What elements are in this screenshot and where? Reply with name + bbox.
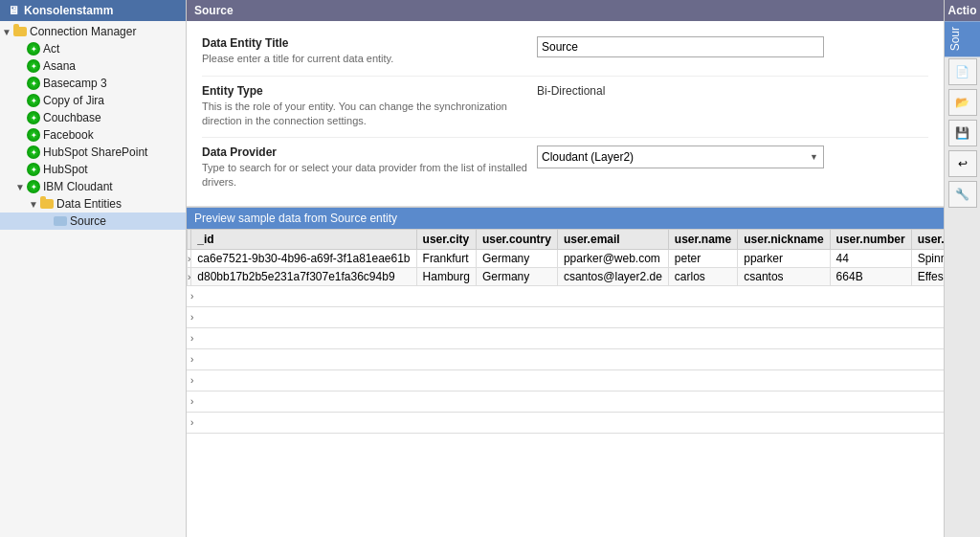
sidebar-label-conn-manager: Connection Manager xyxy=(30,25,136,38)
form-label-group-title: Data Entity Title Please enter a title f… xyxy=(202,36,537,66)
sidebar-item-couchbase[interactable]: Couchbase xyxy=(0,109,186,126)
table-cell: Germany xyxy=(476,267,557,285)
data-entity-title-input[interactable] xyxy=(537,36,824,57)
expand-row[interactable]: › xyxy=(187,328,944,349)
form-control-title xyxy=(537,36,928,57)
action-btn-settings[interactable]: 🔧 xyxy=(948,181,977,208)
table-cell: csantos@layer2.de xyxy=(557,267,668,285)
label-data-entity-title: Data Entity Title xyxy=(202,36,537,50)
desc-entity-type: This is the role of your entity. You can… xyxy=(202,100,537,129)
chevron-right-icon[interactable]: › xyxy=(190,312,193,323)
sidebar-item-basecamp3[interactable]: Basecamp 3 xyxy=(0,75,186,92)
sidebar-item-hubspot-sharepoint[interactable]: HubSpot SharePoint xyxy=(0,144,186,161)
source-form: Data Entity Title Please enter a title f… xyxy=(187,21,944,207)
preview-table: _id user.city user.country user.email us… xyxy=(187,229,944,286)
sidebar-item-copy-of-jira[interactable]: Copy of Jira xyxy=(0,92,186,109)
green-star-icon xyxy=(27,180,40,193)
form-control-data-provider: Cloudant (Layer2) Other Provider xyxy=(537,145,928,168)
sidebar-root-icon: 🖥 xyxy=(8,4,19,17)
arrow-icon: ▼ xyxy=(15,182,27,192)
data-provider-select[interactable]: Cloudant (Layer2) Other Provider xyxy=(537,145,824,168)
form-label-group-entity-type: Entity Type This is the role of your ent… xyxy=(202,84,537,129)
entity-type-value: Bi-Directional xyxy=(537,84,605,98)
chevron-right-icon[interactable]: › xyxy=(190,333,193,344)
chevron-right-icon[interactable]: › xyxy=(190,375,193,386)
sidebar: 🖥 Konsolenstamm ▼ Connection Manager Act… xyxy=(0,0,187,537)
new-document-icon: 📄 xyxy=(955,65,969,78)
actions-header: Actio xyxy=(945,0,980,21)
sidebar-header: 🖥 Konsolenstamm xyxy=(0,0,186,21)
open-folder-icon: 📂 xyxy=(955,96,969,109)
sidebar-label-facebook: Facebook xyxy=(43,128,94,142)
source-header-title: Source xyxy=(194,4,234,17)
sidebar-item-data-entities[interactable]: ▼ Data Entities xyxy=(0,195,186,213)
table-cell: ca6e7521-9b30-4b96-a69f-3f1a81eae61b xyxy=(191,249,416,267)
action-tab-label: Sour xyxy=(948,27,962,51)
sidebar-item-facebook[interactable]: Facebook xyxy=(0,126,186,144)
action-tab-source[interactable]: Sour xyxy=(945,21,980,56)
action-btn-save[interactable]: 💾 xyxy=(948,120,977,146)
sidebar-item-conn-manager[interactable]: ▼ Connection Manager xyxy=(0,23,186,40)
chevron-right-icon[interactable]: › xyxy=(190,291,193,302)
expand-row[interactable]: › xyxy=(187,286,944,307)
actions-header-title: Actio xyxy=(948,4,977,17)
sidebar-item-hubspot[interactable]: HubSpot xyxy=(0,161,186,178)
chevron-right-icon[interactable]: › xyxy=(190,396,193,407)
col-header-user-city: user.city xyxy=(416,229,476,249)
actions-panel: Actio Sour 📄 📂 💾 ↩ 🔧 xyxy=(944,0,980,537)
green-star-icon xyxy=(27,163,40,176)
expand-cell[interactable]: › xyxy=(188,267,191,285)
expand-rows-container: › › › › › › › xyxy=(187,286,944,434)
chevron-right-icon[interactable]: › xyxy=(188,272,190,282)
form-control-entity-type: Bi-Directional xyxy=(537,84,928,98)
sidebar-label-copy-of-jira: Copy of Jira xyxy=(43,94,104,107)
sidebar-label-asana: Asana xyxy=(43,59,76,73)
col-header-id: _id xyxy=(191,229,416,249)
green-star-icon xyxy=(27,59,40,73)
green-star-icon xyxy=(27,111,40,124)
preview-panel: Preview sample data from Source entity _… xyxy=(187,208,944,537)
sidebar-item-ibm-cloudant[interactable]: ▼ IBM Cloudant xyxy=(0,178,186,195)
table-cell: d80bb17b2b5e231a7f307e1fa36c94b9 xyxy=(191,267,416,285)
table-cell: carlos xyxy=(668,267,737,285)
sidebar-item-act[interactable]: Act xyxy=(0,40,186,57)
expand-row[interactable]: › xyxy=(187,392,944,413)
table-cell: pparker@web.com xyxy=(557,249,668,267)
arrow-icon: ▼ xyxy=(2,27,13,37)
col-header-user-number: user.number xyxy=(830,229,911,249)
field-entity-type: Entity Type This is the role of your ent… xyxy=(202,77,928,138)
sidebar-label-hubspot-sharepoint: HubSpot SharePoint xyxy=(43,145,147,159)
source-icon xyxy=(54,216,67,226)
table-cell: Frankfurt xyxy=(416,249,476,267)
expand-row[interactable]: › xyxy=(187,307,944,328)
undo-icon: ↩ xyxy=(958,157,968,170)
expand-row[interactable]: › xyxy=(187,370,944,392)
main-area: Source Data Entity Title Please enter a … xyxy=(187,0,944,537)
expand-cell[interactable]: › xyxy=(188,249,191,267)
folder-icon xyxy=(13,27,27,36)
arrow-icon: ▼ xyxy=(29,199,40,210)
preview-table-wrapper[interactable]: _id user.city user.country user.email us… xyxy=(187,229,944,537)
data-provider-select-wrapper: Cloudant (Layer2) Other Provider xyxy=(537,145,824,168)
action-btn-new[interactable]: 📄 xyxy=(948,58,977,85)
desc-data-provider: Type to search for or select your data p… xyxy=(202,161,537,190)
table-cell: Spinny xyxy=(911,249,944,267)
green-star-icon xyxy=(27,94,40,107)
sidebar-item-asana[interactable]: Asana xyxy=(0,57,186,75)
expand-row[interactable]: › xyxy=(187,413,944,434)
table-cell: Germany xyxy=(476,249,557,267)
table-cell: peter xyxy=(668,249,737,267)
table-row: ›d80bb17b2b5e231a7f307e1fa36c94b9Hamburg… xyxy=(188,267,945,285)
chevron-right-icon[interactable]: › xyxy=(190,354,193,365)
sidebar-item-source[interactable]: Source xyxy=(0,213,186,230)
chevron-right-icon[interactable]: › xyxy=(188,254,190,264)
green-star-icon xyxy=(27,128,40,142)
table-cell: 44 xyxy=(830,249,911,267)
action-btn-open[interactable]: 📂 xyxy=(948,89,977,116)
expand-row[interactable]: › xyxy=(187,349,944,370)
field-data-provider: Data Provider Type to search for or sele… xyxy=(202,138,928,198)
source-panel-header: Source xyxy=(187,0,944,21)
form-label-group-data-provider: Data Provider Type to search for or sele… xyxy=(202,145,537,190)
chevron-right-icon[interactable]: › xyxy=(190,417,193,428)
action-btn-undo[interactable]: ↩ xyxy=(948,150,977,177)
